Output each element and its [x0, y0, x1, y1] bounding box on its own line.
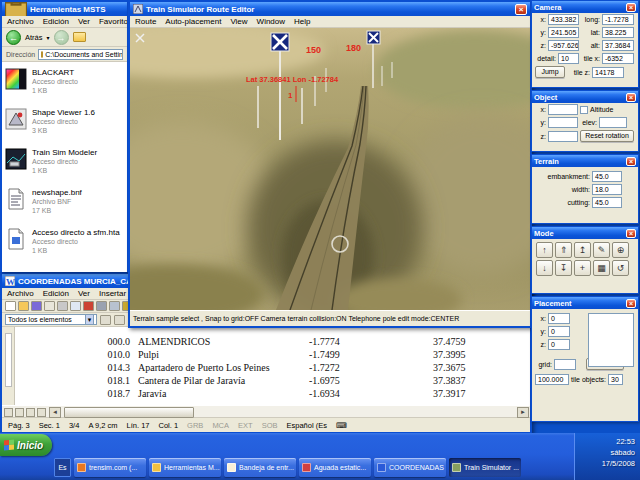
mode-add-icon[interactable]: +	[574, 260, 591, 276]
placement-x-field[interactable]: 0	[548, 313, 570, 324]
scale-field[interactable]: 100.000	[535, 374, 569, 385]
address-input[interactable]: C:\Documents and Settings	[38, 49, 123, 60]
print-icon[interactable]	[57, 301, 68, 311]
normal-view-button[interactable]	[4, 408, 13, 417]
forward-icon[interactable]: →	[54, 30, 69, 45]
scroll-right-icon[interactable]: ►	[517, 407, 529, 418]
new-document-icon[interactable]	[5, 301, 16, 311]
mode-edit-icon[interactable]: ✎	[593, 242, 610, 258]
back-label[interactable]: Atrás	[25, 33, 43, 42]
object-y-field[interactable]	[548, 117, 578, 128]
scroll-left-icon[interactable]: ◄	[49, 407, 61, 418]
system-tray[interactable]: 22:53 sábado 17/5/2008	[574, 433, 640, 480]
close-icon[interactable]: ×	[626, 93, 636, 102]
table-row[interactable]: 010.0 Pulpi -1.7499 37.3995	[2, 349, 530, 362]
table-row[interactable]: 018.7 Jaravía -1.6934 37.3917	[2, 388, 530, 401]
mode-lower-icon[interactable]: ↓	[536, 260, 553, 276]
explorer-titlebar[interactable]: Herramientas MSTS	[2, 2, 127, 16]
document-area[interactable]: 000.0 ALMENDRICOS -1.7774 37.4759 010.0 …	[2, 327, 530, 405]
list-item[interactable]: Acceso directo a sfm.hta Acceso directo …	[5, 226, 124, 266]
mode-rotate-icon[interactable]: ↺	[612, 260, 629, 276]
menu-help[interactable]: Help	[294, 17, 310, 26]
viewport-3d[interactable]: 150 180 Lat 37.36841 Lon -1.72784 1	[130, 28, 530, 310]
close-icon[interactable]: ×	[515, 4, 527, 15]
cutting-field[interactable]: 45.0	[592, 197, 622, 208]
altitude-checkbox[interactable]	[580, 106, 588, 114]
taskbar-button[interactable]: Bandeja de entr...	[224, 458, 296, 477]
menu-archivo[interactable]: Archivo	[7, 17, 34, 26]
menu-ver[interactable]: Ver	[78, 17, 90, 26]
mode-lift-icon[interactable]: ⇑	[555, 242, 572, 258]
menu-archivo[interactable]: Archivo	[7, 289, 34, 298]
list-item[interactable]: Train Sim Modeler Acceso directo 1 KB	[5, 146, 124, 186]
web-view-button[interactable]	[15, 408, 24, 417]
camera-panel-titlebar[interactable]: Camera ×	[532, 1, 638, 13]
taskbar-button[interactable]: Aguada estatic...	[299, 458, 371, 477]
placement-preview-box[interactable]	[588, 313, 634, 367]
list-item[interactable]: Shape Viewer 1.6 Acceso directo 3 KB	[5, 106, 124, 146]
route-editor-titlebar[interactable]: Train Simulator Route Editor ×	[130, 2, 530, 16]
elements-dropdown[interactable]: Todos los elementos ▾	[5, 314, 97, 325]
back-dropdown-icon[interactable]: ▾	[47, 34, 50, 41]
placement-panel-titlebar[interactable]: Placement ×	[532, 297, 638, 309]
camera-lat-field[interactable]: 38.225	[602, 27, 634, 38]
scrollbar-thumb[interactable]	[64, 407, 194, 418]
list-item[interactable]: newshape.bnf Archivo BNF 17 KB	[5, 186, 124, 226]
show-hide-icon[interactable]	[100, 315, 111, 325]
mode-drop-icon[interactable]: ↧	[555, 260, 572, 276]
object-x-field[interactable]	[548, 104, 578, 115]
zoom-icon[interactable]	[114, 315, 125, 325]
reset-rotation-button[interactable]: Reset rotation	[580, 130, 634, 142]
embankment-field[interactable]: 45.0	[592, 171, 622, 182]
camera-alt-field[interactable]: 37.3684	[602, 40, 634, 51]
taskbar-button[interactable]: COORDENADAS ...	[374, 458, 446, 477]
list-item[interactable]: BLACKART Acceso directo 1 KB	[5, 66, 124, 106]
print-view-button[interactable]	[26, 408, 35, 417]
camera-tilez-field[interactable]: 14178	[592, 67, 624, 78]
cut-icon[interactable]	[96, 301, 107, 311]
placement-y-field[interactable]: 0	[548, 326, 570, 337]
menu-ver[interactable]: Ver	[78, 289, 90, 298]
object-panel-titlebar[interactable]: Object ×	[532, 91, 638, 103]
object-z-field[interactable]	[548, 131, 578, 142]
menu-edicion[interactable]: Edición	[43, 17, 69, 26]
close-icon[interactable]: ×	[626, 3, 636, 12]
table-row[interactable]: 000.0 ALMENDRICOS -1.7774 37.4759	[2, 336, 530, 349]
back-icon[interactable]: ←	[6, 30, 21, 45]
language-indicator[interactable]: Es	[54, 458, 71, 477]
camera-long-field[interactable]: -1.7278	[602, 14, 634, 25]
taskbar-button[interactable]: Herramientas M...	[149, 458, 221, 477]
mode-grid-icon[interactable]: ▦	[593, 260, 610, 276]
outline-view-button[interactable]	[37, 408, 46, 417]
mode-panel-titlebar[interactable]: Mode ×	[532, 227, 638, 239]
menu-view[interactable]: View	[230, 17, 247, 26]
table-row[interactable]: 018.1 Cantera de Pilar de Jaravía -1.697…	[2, 375, 530, 388]
camera-x-field[interactable]: 433.382	[548, 14, 579, 25]
camera-tilex-field[interactable]: -6352	[602, 53, 634, 64]
mode-target-icon[interactable]: ⊕	[612, 242, 629, 258]
mode-elevate-icon[interactable]: ↥	[574, 242, 591, 258]
mode-raise-icon[interactable]: ↑	[536, 242, 553, 258]
print-preview-icon[interactable]	[70, 301, 81, 311]
elev-field[interactable]	[599, 117, 627, 128]
menu-route[interactable]: Route	[135, 17, 156, 26]
close-icon[interactable]: ×	[626, 229, 636, 238]
camera-detail-field[interactable]: 10	[558, 53, 579, 64]
email-icon[interactable]	[44, 301, 55, 311]
width-field[interactable]: 18.0	[592, 184, 622, 195]
taskbar-button[interactable]: trensim.com (...	[74, 458, 146, 477]
close-icon[interactable]: ×	[626, 299, 636, 308]
save-icon[interactable]	[31, 301, 42, 311]
copy-icon[interactable]	[109, 301, 120, 311]
menu-favoritos[interactable]: Favoritos	[99, 17, 127, 26]
start-button[interactable]: Inicio	[0, 434, 52, 456]
table-row[interactable]: 014.3 Apartadero de Puerto Los Peines -1…	[2, 362, 530, 375]
horizontal-scrollbar[interactable]: ◄ ►	[2, 405, 530, 418]
placement-z-field[interactable]: 0	[548, 339, 570, 350]
menu-window[interactable]: Window	[257, 17, 285, 26]
open-icon[interactable]	[18, 301, 29, 311]
chevron-down-icon[interactable]: ▾	[85, 314, 94, 325]
terrain-panel-titlebar[interactable]: Terrain ×	[532, 155, 638, 167]
close-icon[interactable]: ×	[626, 157, 636, 166]
menu-insertar[interactable]: Insertar	[99, 289, 126, 298]
